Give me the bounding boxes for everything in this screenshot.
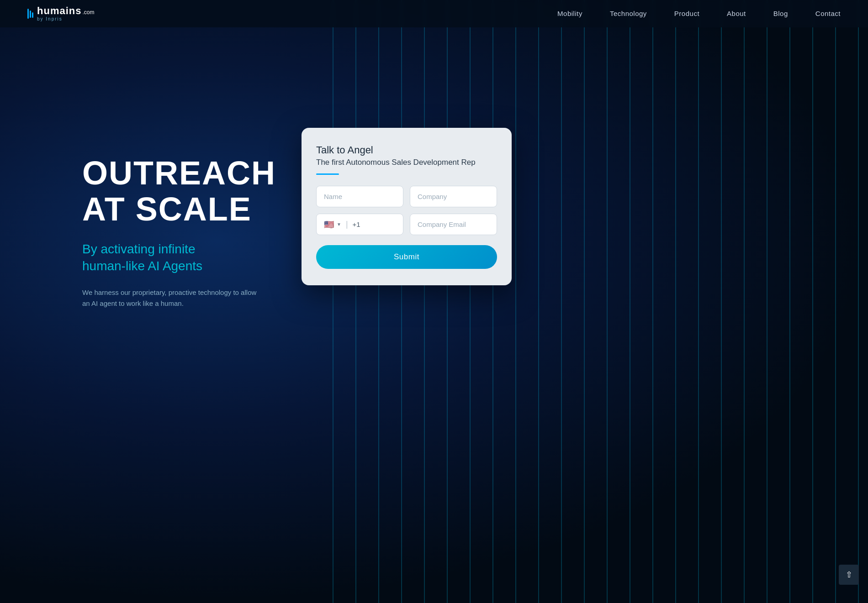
contact-form-card: Talk to Angel The first Autonomous Sales… <box>302 128 512 285</box>
hero-subtitle: By activating infinite human-like AI Age… <box>82 241 311 274</box>
logo-icon <box>27 9 33 19</box>
logo-main-text: humains .com <box>37 6 94 16</box>
phone-divider: | <box>346 220 348 229</box>
phone-field-wrap: 🇺🇸 ▼ | <box>316 214 403 235</box>
chevron-down-icon[interactable]: ▼ <box>337 222 341 227</box>
nav-item-mobility[interactable]: Mobility <box>557 10 582 18</box>
hero-title: OUTREACH AT SCALE <box>82 155 311 227</box>
logo[interactable]: humains .com by Inpris <box>27 6 94 21</box>
form-row-2: 🇺🇸 ▼ | <box>316 214 497 235</box>
nav-item-blog[interactable]: Blog <box>773 10 788 18</box>
nav-link-technology[interactable]: Technology <box>610 10 647 17</box>
hero-subtitle-line2: human-like AI Agents <box>82 259 202 273</box>
nav-item-contact[interactable]: Contact <box>815 10 841 18</box>
logo-line-1 <box>27 9 29 19</box>
company-input[interactable] <box>410 186 497 207</box>
email-input[interactable] <box>410 214 497 235</box>
form-accent-bar <box>316 173 339 175</box>
chevron-up-icon: ⇧ <box>846 570 852 580</box>
hero-description: We harness our proprietary, proactive te… <box>82 287 265 309</box>
hero-content: OUTREACH AT SCALE By activating infinite… <box>82 155 311 309</box>
logo-sub-text: by Inpris <box>37 17 94 21</box>
form-row-1 <box>316 186 497 207</box>
nav-item-about[interactable]: About <box>727 10 746 18</box>
hero-title-line2: AT SCALE <box>82 191 252 227</box>
navbar: humains .com by Inpris Mobility Technolo… <box>0 0 868 27</box>
phone-input[interactable] <box>353 220 396 228</box>
logo-text: humains .com by Inpris <box>37 6 94 21</box>
form-subtitle: The first Autonomous Sales Development R… <box>316 158 497 167</box>
logo-humains-text: humains <box>37 6 81 16</box>
logo-com-text: .com <box>82 10 94 15</box>
nav-link-product[interactable]: Product <box>674 10 699 17</box>
hero-section: OUTREACH AT SCALE By activating infinite… <box>0 27 868 603</box>
nav-item-technology[interactable]: Technology <box>610 10 647 18</box>
scroll-up-button[interactable]: ⇧ <box>839 565 859 585</box>
submit-button[interactable]: Submit <box>316 245 497 269</box>
logo-lines-graphic <box>27 9 33 19</box>
hero-subtitle-line1: By activating infinite <box>82 242 195 256</box>
logo-line-3 <box>32 12 33 18</box>
nav-item-product[interactable]: Product <box>674 10 699 18</box>
form-title: Talk to Angel <box>316 144 497 156</box>
logo-line-2 <box>30 10 31 18</box>
hero-title-line1: OUTREACH <box>82 155 276 191</box>
flag-icon: 🇺🇸 <box>324 220 334 230</box>
nav-link-contact[interactable]: Contact <box>815 10 841 17</box>
nav-link-about[interactable]: About <box>727 10 746 17</box>
contact-form: 🇺🇸 ▼ | Submit <box>316 186 497 269</box>
nav-links: Mobility Technology Product About Blog C… <box>557 10 841 18</box>
nav-link-blog[interactable]: Blog <box>773 10 788 17</box>
name-input[interactable] <box>316 186 403 207</box>
nav-link-mobility[interactable]: Mobility <box>557 10 582 17</box>
